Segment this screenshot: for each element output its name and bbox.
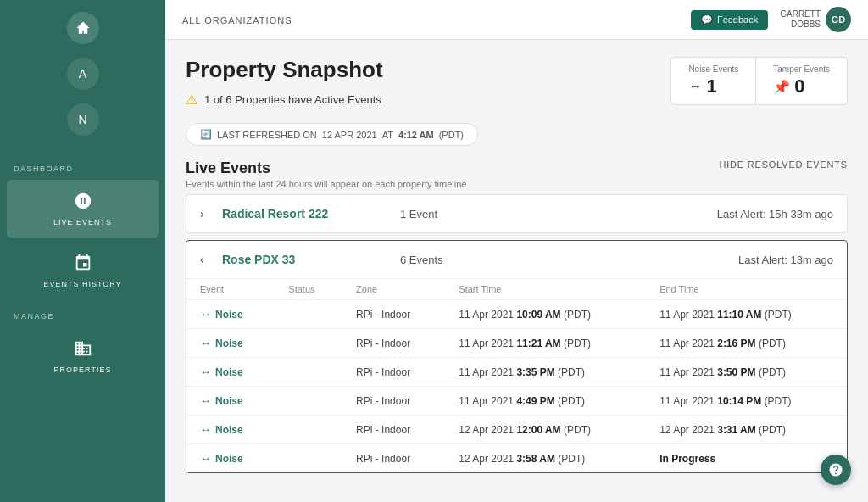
property-events-rose-pdx: 6 Events	[383, 254, 730, 266]
help-fab[interactable]	[821, 455, 851, 485]
event-type-cell: ↔ Noise	[186, 358, 275, 387]
page-top-section: Property Snapshot ⚠ 1 of 6 Properties ha…	[186, 57, 848, 118]
event-end-cell: 11 Apr 2021 3:50 PM (PDT)	[646, 358, 847, 387]
page-title-section: Property Snapshot ⚠ 1 of 6 Properties ha…	[186, 57, 383, 118]
property-last-alert-radical-resort: Last Alert: 15h 33m ago	[717, 208, 833, 220]
tamper-events-value: 📌 0	[773, 75, 830, 98]
table-row: ↔ Noise RPi - Indoor 11 Apr 2021 4:49 PM…	[186, 387, 847, 416]
refresh-time: 4:12 AM	[398, 130, 434, 140]
property-last-alert-rose-pdx: Last Alert: 13m ago	[738, 254, 833, 266]
chevron-down-icon: ‹	[200, 253, 214, 266]
noise-icon: ↔	[200, 423, 211, 436]
dashboard-section-label: DASHBOARD	[0, 156, 165, 176]
table-header-row: Event Status Zone Start Time End Time	[186, 279, 847, 300]
event-start-cell: 11 Apr 2021 4:49 PM (PDT)	[445, 387, 646, 416]
event-start-cell: 12 Apr 2021 3:58 AM (PDT)	[445, 444, 646, 473]
user-a-icon[interactable]: A	[67, 58, 99, 90]
stats-row: Noise Events ↔ 1 Tamper Events 📌 0	[670, 57, 848, 105]
refresh-label: LAST REFRESHED ON	[217, 130, 317, 140]
user-first-name: GARRETT	[780, 9, 821, 20]
refresh-tz: (PDT)	[439, 130, 464, 140]
avatar[interactable]: GD	[826, 7, 851, 32]
live-events-header: Live Events Events within the last 24 ho…	[186, 159, 848, 189]
hide-resolved-button[interactable]: HIDE RESOLVED EVENTS	[720, 159, 849, 170]
event-status-cell	[275, 358, 342, 387]
live-events-subtitle: Events within the last 24 hours will app…	[186, 179, 466, 189]
table-row: ↔ Noise RPi - Indoor 11 Apr 2021 11:21 A…	[186, 329, 847, 358]
noise-icon: ↔	[200, 365, 211, 378]
event-end-cell: In Progress	[646, 444, 847, 473]
noise-events-label: Noise Events	[688, 64, 738, 74]
alert-bar: ⚠ 1 of 6 Properties have Active Events	[186, 92, 383, 108]
event-type-cell: ↔ Noise	[186, 416, 275, 444]
org-label: ALL ORGANIZATIONS	[182, 12, 292, 27]
event-type-cell: ↔ Noise	[186, 444, 275, 473]
event-end-cell: 11 Apr 2021 10:14 PM (PDT)	[646, 387, 847, 416]
event-type: ↔ Noise	[200, 452, 261, 465]
sidebar-item-label-events-history: EVENTS HISTORY	[43, 280, 121, 288]
noise-icon: ↔	[200, 337, 211, 349]
page-title: Property Snapshot	[186, 57, 383, 83]
event-status-cell	[275, 329, 342, 358]
noise-icon: ↔	[200, 308, 211, 321]
event-start-cell: 11 Apr 2021 3:35 PM (PDT)	[445, 358, 646, 387]
noise-events-stat: Noise Events ↔ 1	[671, 58, 756, 104]
tamper-events-label: Tamper Events	[773, 64, 830, 74]
table-row: ↔ Noise RPi - Indoor 12 Apr 2021 3:58 AM…	[186, 444, 847, 473]
property-row-radical-resort: › Radical Resort 222 1 Event Last Alert:…	[186, 194, 848, 233]
event-type: ↔ Noise	[200, 394, 261, 407]
table-row: ↔ Noise RPi - Indoor 11 Apr 2021 3:35 PM…	[186, 358, 847, 387]
sidebar-item-properties[interactable]: PROPERTIES	[7, 327, 159, 386]
property-name-radical-resort: Radical Resort 222	[222, 207, 375, 220]
user-last-name: DOBBS	[780, 20, 821, 30]
events-table: Event Status Zone Start Time End Time ↔ …	[186, 278, 847, 472]
header-right: 💬 Feedback GARRETT DOBBS GD	[691, 7, 851, 32]
refresh-bar: 🔄 LAST REFRESHED ON 12 APR 2021 AT 4:12 …	[186, 123, 478, 146]
event-status-cell	[275, 300, 342, 329]
tamper-icon: 📌	[773, 79, 790, 95]
event-zone-cell: RPi - Indoor	[342, 329, 445, 358]
event-zone-cell: RPi - Indoor	[342, 387, 445, 416]
event-type: ↔ Noise	[200, 308, 261, 321]
table-row: ↔ Noise RPi - Indoor 11 Apr 2021 10:09 A…	[186, 300, 847, 329]
main-area: ALL ORGANIZATIONS 💬 Feedback GARRETT DOB…	[165, 0, 868, 502]
col-status: Status	[275, 279, 342, 300]
event-zone-cell: RPi - Indoor	[342, 300, 445, 329]
noise-icon: ↔	[688, 79, 702, 94]
event-zone-cell: RPi - Indoor	[342, 416, 445, 444]
event-end-cell: 12 Apr 2021 3:31 AM (PDT)	[646, 416, 847, 444]
noise-icon: ↔	[200, 394, 211, 407]
page-content: Property Snapshot ⚠ 1 of 6 Properties ha…	[165, 40, 868, 502]
sidebar-top: A N	[0, 0, 165, 149]
event-type-cell: ↔ Noise	[186, 329, 275, 358]
property-header-rose-pdx[interactable]: ‹ Rose PDX 33 6 Events Last Alert: 13m a…	[186, 241, 847, 278]
event-status-cell	[275, 444, 342, 473]
sidebar-item-label-properties: PROPERTIES	[54, 365, 112, 374]
sidebar: A N DASHBOARD LIVE EVENTS EVENTS HISTORY…	[0, 0, 165, 502]
tamper-events-stat: Tamper Events 📌 0	[756, 58, 847, 104]
event-type: ↔ Noise	[200, 337, 261, 349]
event-start-cell: 11 Apr 2021 11:21 AM (PDT)	[445, 329, 646, 358]
warning-icon: ⚠	[186, 92, 198, 108]
noise-events-value: ↔ 1	[688, 75, 738, 98]
event-end-cell: 11 Apr 2021 11:10 AM (PDT)	[646, 300, 847, 329]
refresh-date: 12 APR 2021	[322, 130, 377, 140]
user-n-icon[interactable]: N	[67, 103, 99, 136]
event-type: ↔ Noise	[200, 423, 261, 436]
sidebar-item-live-events[interactable]: LIVE EVENTS	[7, 180, 159, 238]
home-icon[interactable]	[67, 12, 99, 44]
refresh-icon: 🔄	[200, 129, 212, 140]
property-events-radical-resort: 1 Event	[383, 208, 709, 220]
event-end-cell: 11 Apr 2021 2:16 PM (PDT)	[646, 329, 847, 358]
sidebar-item-label-live-events: LIVE EVENTS	[53, 218, 112, 226]
sidebar-item-events-history[interactable]: EVENTS HISTORY	[7, 242, 159, 300]
event-type: ↔ Noise	[200, 365, 261, 378]
col-event: Event	[186, 279, 275, 300]
col-end-time: End Time	[646, 279, 847, 300]
property-row-rose-pdx: ‹ Rose PDX 33 6 Events Last Alert: 13m a…	[186, 240, 848, 473]
property-header-radical-resort[interactable]: › Radical Resort 222 1 Event Last Alert:…	[186, 195, 847, 232]
properties-icon	[74, 339, 92, 362]
feedback-button[interactable]: 💬 Feedback	[691, 10, 768, 30]
event-start-cell: 12 Apr 2021 12:00 AM (PDT)	[445, 416, 646, 444]
live-events-icon	[74, 192, 92, 215]
